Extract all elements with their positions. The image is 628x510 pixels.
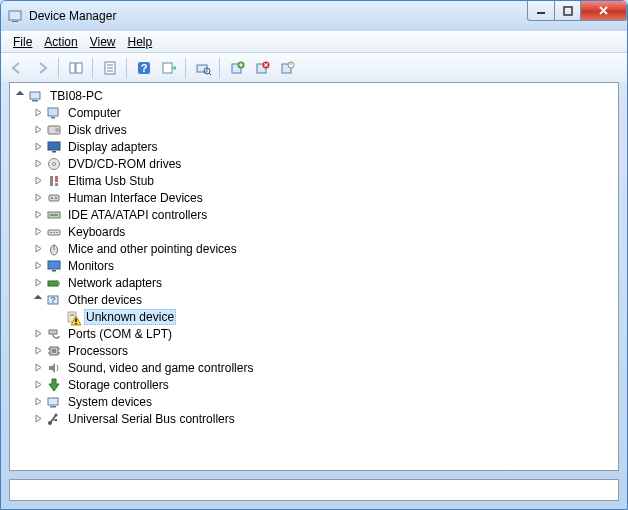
- category-ports[interactable]: Ports (COM & LPT): [30, 325, 616, 342]
- svg-rect-22: [30, 92, 40, 99]
- mice-icon: [46, 241, 62, 257]
- dvd-icon: [46, 156, 62, 172]
- svg-rect-34: [55, 183, 58, 186]
- close-button[interactable]: [581, 1, 627, 21]
- expand-icon[interactable]: [30, 326, 46, 342]
- svg-point-66: [55, 413, 58, 416]
- category-usb[interactable]: Universal Serial Bus controllers: [30, 410, 616, 427]
- category-processors[interactable]: Processors: [30, 342, 616, 359]
- expand-icon[interactable]: [30, 394, 46, 410]
- expand-icon[interactable]: [30, 156, 46, 172]
- svg-rect-56: [49, 330, 57, 334]
- update-driver-button[interactable]: [225, 56, 248, 79]
- category-storage[interactable]: Storage controllers: [30, 376, 616, 393]
- category-label: System devices: [66, 395, 154, 409]
- expand-icon[interactable]: [30, 275, 46, 291]
- menu-action[interactable]: Action: [38, 33, 83, 51]
- category-computer[interactable]: Computer: [30, 104, 616, 121]
- svg-rect-35: [49, 195, 59, 201]
- category-other[interactable]: ?Other devices: [30, 291, 616, 308]
- status-bar: [9, 479, 619, 501]
- expand-icon[interactable]: [30, 190, 46, 206]
- svg-text:?: ?: [140, 62, 147, 74]
- expand-icon[interactable]: [30, 241, 46, 257]
- device-unknown[interactable]: Unknown device: [48, 308, 616, 325]
- titlebar[interactable]: Device Manager: [1, 1, 627, 31]
- expand-icon[interactable]: [30, 173, 46, 189]
- category-diskdrives[interactable]: Disk drives: [30, 121, 616, 138]
- svg-rect-42: [53, 232, 55, 233]
- uninstall-button[interactable]: [250, 56, 273, 79]
- toolbar: ?: [1, 52, 627, 82]
- properties-button[interactable]: [98, 56, 121, 79]
- category-label: Network adapters: [66, 276, 164, 290]
- svg-rect-1: [12, 21, 18, 22]
- category-mice[interactable]: Mice and other pointing devices: [30, 240, 616, 257]
- collapse-icon[interactable]: [12, 88, 28, 104]
- expand-icon[interactable]: [30, 343, 46, 359]
- svg-rect-43: [56, 232, 58, 233]
- menu-file[interactable]: File: [7, 33, 38, 51]
- expand-icon[interactable]: [30, 377, 46, 393]
- ports-icon: [46, 326, 62, 342]
- menu-help[interactable]: Help: [122, 33, 159, 51]
- svg-rect-12: [163, 63, 172, 73]
- category-sound[interactable]: Sound, video and game controllers: [30, 359, 616, 376]
- category-display[interactable]: Display adapters: [30, 138, 616, 155]
- svg-rect-54: [75, 318, 76, 322]
- svg-rect-29: [52, 151, 56, 153]
- category-ide[interactable]: IDE ATA/ATAPI controllers: [30, 206, 616, 223]
- device-icon-warning: [64, 309, 80, 325]
- display-icon: [46, 139, 62, 155]
- expand-icon[interactable]: [30, 360, 46, 376]
- svg-rect-5: [76, 63, 82, 73]
- toolbar-separator: [219, 58, 220, 78]
- category-monitors[interactable]: Monitors: [30, 257, 616, 274]
- category-label: Processors: [66, 344, 130, 358]
- computer-icon: [46, 105, 62, 121]
- device-label: Unknown device: [84, 309, 176, 325]
- nav-back-button[interactable]: [5, 56, 28, 79]
- svg-point-31: [53, 162, 56, 165]
- svg-rect-67: [55, 419, 57, 421]
- category-label: Storage controllers: [66, 378, 171, 392]
- expand-icon[interactable]: [30, 411, 46, 427]
- maximize-button[interactable]: [555, 1, 581, 21]
- show-hide-tree-button[interactable]: [64, 56, 87, 79]
- expand-icon[interactable]: [30, 122, 46, 138]
- category-label: Universal Serial Bus controllers: [66, 412, 237, 426]
- expand-icon[interactable]: [30, 224, 46, 240]
- menu-view[interactable]: View: [84, 33, 122, 51]
- action-button[interactable]: [157, 56, 180, 79]
- device-tree: TBI08-PCComputerDisk drivesDisplay adapt…: [10, 83, 618, 431]
- expand-icon[interactable]: [30, 105, 46, 121]
- svg-point-27: [55, 128, 59, 132]
- svg-rect-25: [51, 117, 55, 119]
- category-label: Computer: [66, 106, 123, 120]
- category-network[interactable]: Network adapters: [30, 274, 616, 291]
- ide-icon: [46, 207, 62, 223]
- expand-icon[interactable]: [30, 207, 46, 223]
- svg-rect-41: [50, 232, 52, 233]
- category-eltima[interactable]: Eltima Usb Stub: [30, 172, 616, 189]
- tree-root[interactable]: TBI08-PC: [12, 87, 616, 104]
- category-system[interactable]: System devices: [30, 393, 616, 410]
- scan-hardware-button[interactable]: [191, 56, 214, 79]
- collapse-icon[interactable]: [30, 292, 46, 308]
- category-dvd[interactable]: DVD/CD-ROM drives: [30, 155, 616, 172]
- device-manager-window: Device Manager File Action View Help ? T…: [0, 0, 628, 510]
- svg-rect-39: [50, 214, 58, 216]
- app-icon: [7, 8, 23, 24]
- svg-text:?: ?: [50, 295, 56, 305]
- nav-forward-button[interactable]: [30, 56, 53, 79]
- disable-button[interactable]: [275, 56, 298, 79]
- tree-panel[interactable]: TBI08-PCComputerDisk drivesDisplay adapt…: [9, 82, 619, 471]
- minimize-button[interactable]: [527, 1, 555, 21]
- svg-rect-3: [564, 7, 572, 15]
- expand-icon[interactable]: [30, 258, 46, 274]
- help-button[interactable]: ?: [132, 56, 155, 79]
- expand-icon[interactable]: [30, 139, 46, 155]
- window-controls: [527, 1, 627, 21]
- category-hid[interactable]: Human Interface Devices: [30, 189, 616, 206]
- category-keyboards[interactable]: Keyboards: [30, 223, 616, 240]
